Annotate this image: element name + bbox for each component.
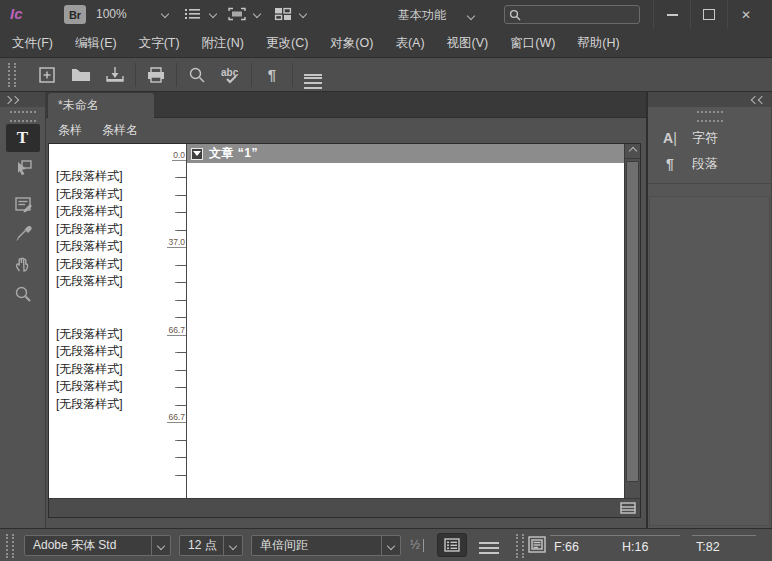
tools-panel-header[interactable]: [0, 92, 45, 107]
print-icon: [145, 65, 167, 85]
story-title: 文章 “1”: [209, 145, 258, 162]
maximize-icon: [703, 9, 715, 20]
collapse-story-button[interactable]: [191, 148, 203, 160]
status-menu-button[interactable]: [479, 539, 499, 547]
incopy-logo: Ic: [10, 5, 23, 22]
copyfit-words-stat: T:82: [692, 535, 756, 555]
search-input[interactable]: [525, 8, 629, 22]
line-number-button[interactable]: ½: [410, 538, 424, 552]
position-tool-icon: [13, 158, 33, 178]
position-tool[interactable]: [6, 154, 40, 182]
menu-item[interactable]: 表(A): [395, 35, 424, 52]
workspace-label: 基本功能: [398, 7, 446, 24]
document-tab[interactable]: *未命名: [48, 93, 154, 118]
leading-select[interactable]: 单倍间距: [251, 535, 401, 556]
story-text-area[interactable]: [187, 163, 624, 498]
paragraph-style-name: [无段落样式]: [49, 238, 123, 254]
zoom-level-dropdown[interactable]: 100%: [96, 7, 168, 21]
menu-item[interactable]: 对象(O): [330, 35, 373, 52]
menu-item[interactable]: 附注(N): [202, 35, 244, 52]
eyedropper-icon: [13, 224, 33, 244]
vertical-scrollbar[interactable]: [624, 144, 640, 498]
depth-ruler-tick: [177, 457, 186, 458]
bridge-button[interactable]: Br: [64, 5, 86, 24]
save-button[interactable]: [98, 62, 132, 88]
zoom-tool-icon: [13, 284, 33, 304]
chevron-down-icon: [387, 541, 395, 549]
dock-header[interactable]: [648, 92, 771, 107]
workspace-dropdown[interactable]: 基本功能: [398, 7, 474, 24]
galley-tab[interactable]: 条样名: [102, 122, 138, 139]
depth-ruler-tick: [177, 212, 186, 213]
toolbar-menu-button[interactable]: [296, 62, 330, 88]
style-row: [无段落样式] 66.7: [49, 324, 186, 342]
style-row: [无段落样式]: [49, 342, 186, 360]
combo-arrow-button[interactable]: [223, 536, 242, 555]
tools-drag-handle[interactable]: [10, 111, 36, 122]
horizontal-scrollbar-track[interactable]: [49, 498, 640, 517]
paragraph-styles-column: 0.0 [无段落样式]: [49, 144, 187, 498]
combo-arrow-button[interactable]: [381, 536, 400, 555]
menu-item[interactable]: 窗口(W): [510, 35, 555, 52]
depth-ruler-tick: [177, 475, 186, 476]
style-row: [无段落样式]: [49, 202, 186, 220]
search-icon: [509, 9, 521, 21]
statusbar-drag-handle[interactable]: [6, 534, 14, 558]
search-box[interactable]: [504, 5, 640, 24]
show-hidden-characters-button[interactable]: ¶: [255, 62, 289, 88]
dock-empty-area: [649, 196, 770, 526]
new-document-button[interactable]: [30, 62, 64, 88]
menu-item[interactable]: 文字(T): [139, 35, 180, 52]
style-row: [无段落样式]: [49, 184, 186, 202]
open-button[interactable]: [64, 62, 98, 88]
toolbar-separator: [251, 63, 252, 87]
text-cursor-icon: [423, 539, 424, 552]
arrange-documents-dropdown[interactable]: [274, 5, 306, 23]
depth-ruler-tick: [177, 177, 186, 178]
style-row: 0.0: [49, 149, 186, 167]
maximize-button[interactable]: [690, 0, 727, 29]
style-row: [无段落样式]: [49, 377, 186, 395]
minimize-button[interactable]: [653, 0, 690, 29]
copyfit-info-button[interactable]: [528, 536, 546, 556]
statusbar-drag-handle[interactable]: [516, 534, 524, 558]
menu-item[interactable]: 视图(V): [447, 35, 489, 52]
galley-tab[interactable]: 条样: [58, 122, 82, 139]
menu-item[interactable]: 更改(C): [266, 35, 308, 52]
search-button[interactable]: [180, 62, 214, 88]
depth-ruler-value: 66.7: [167, 326, 186, 336]
menu-item[interactable]: 文件(F): [12, 35, 53, 52]
paragraph-panel-button[interactable]: ¶ 段落: [648, 151, 771, 177]
view-options-dropdown[interactable]: [184, 5, 216, 23]
scroll-up-button[interactable]: [625, 144, 640, 159]
zoom-tool[interactable]: [6, 280, 40, 308]
split-window-button[interactable]: [618, 501, 638, 515]
depth-ruler-tick: [177, 317, 186, 318]
depth-ruler-tick: [177, 195, 186, 196]
font-size-select[interactable]: 12 点: [179, 535, 243, 556]
font-family-select[interactable]: Adobe 宋体 Std: [24, 535, 171, 556]
combo-arrow-button[interactable]: [151, 536, 170, 555]
note-tool[interactable]: [6, 190, 40, 218]
status-bar: Adobe 宋体 Std 12 点 单倍间距 ½: [0, 528, 772, 561]
menu-item[interactable]: 编辑(E): [75, 35, 117, 52]
character-panel-button[interactable]: A| 字符: [648, 125, 771, 151]
scrollbar-thumb[interactable]: [626, 161, 639, 482]
close-button[interactable]: ✕: [727, 0, 764, 29]
screen-mode-dropdown[interactable]: [228, 5, 260, 23]
spell-check-button[interactable]: abc: [214, 62, 248, 88]
print-button[interactable]: [139, 62, 173, 88]
info-column-toggle[interactable]: [437, 533, 467, 557]
menu-item[interactable]: 帮助(H): [577, 35, 619, 52]
dock-drag-handle[interactable]: [697, 111, 723, 122]
type-tool[interactable]: T: [6, 124, 40, 152]
eyedropper-tool[interactable]: [6, 220, 40, 248]
toolbar-drag-handle[interactable]: [8, 63, 16, 87]
depth-ruler-value: 0.0: [172, 151, 186, 161]
style-row: [49, 289, 186, 307]
paragraph-style-name: [无段落样式]: [49, 256, 123, 272]
paragraph-style-name: [无段落样式]: [49, 326, 123, 342]
galley-frame: 0.0 [无段落样式]: [48, 143, 641, 518]
view-options-icon: [184, 7, 202, 21]
hand-tool[interactable]: [6, 250, 40, 278]
